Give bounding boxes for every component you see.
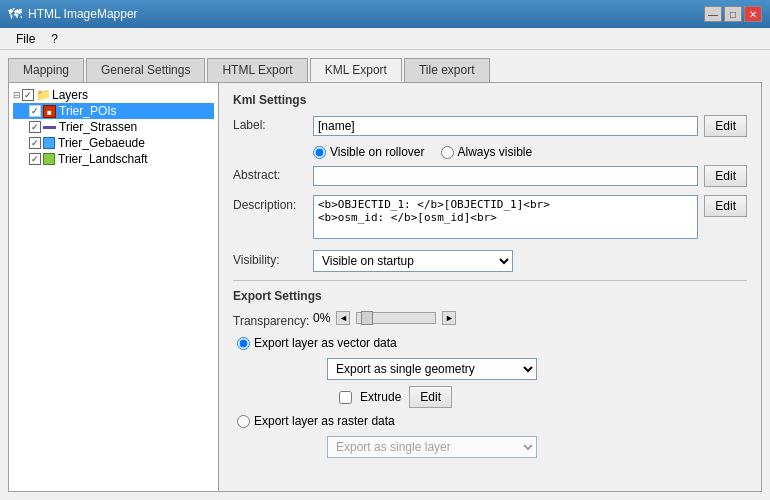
pois-checkbox[interactable] — [29, 105, 41, 117]
slider-track[interactable] — [356, 312, 436, 324]
maximize-button[interactable]: □ — [724, 6, 742, 22]
tree-item-trier-strassen[interactable]: Trier_Strassen — [13, 119, 214, 135]
pois-type-icon: ■ — [43, 105, 56, 118]
settings-separator — [233, 280, 747, 281]
export-vector-row: Export layer as vector data — [233, 336, 747, 350]
visibility-radio-group: Visible on rollover Always visible — [233, 145, 747, 159]
slider-thumb[interactable] — [361, 311, 373, 325]
extrude-row: Extrude Edit — [233, 386, 747, 408]
folder-icon: 📁 — [36, 88, 50, 102]
menu-help[interactable]: ? — [43, 30, 66, 48]
transparency-slider-area: 0% ◄ ► — [313, 311, 747, 325]
window-controls: — □ ✕ — [704, 6, 762, 22]
tab-kml-export[interactable]: KML Export — [310, 58, 402, 82]
tab-mapping[interactable]: Mapping — [8, 58, 84, 82]
export-raster-option[interactable]: Export layer as raster data — [233, 414, 395, 428]
expand-icon: ⊟ — [13, 90, 21, 100]
tree-item-trier-landschaft[interactable]: Trier_Landschaft — [13, 151, 214, 167]
always-visible-option[interactable]: Always visible — [441, 145, 533, 159]
visibility-select[interactable]: Visible on startup Always hidden Always … — [313, 250, 513, 272]
description-field-label: Description: — [233, 195, 313, 212]
tree-root-label: Layers — [52, 88, 88, 102]
tree-root[interactable]: ⊟ 📁 Layers — [13, 87, 214, 103]
abstract-field-control: Edit — [313, 165, 747, 187]
strassen-checkbox[interactable] — [29, 121, 41, 133]
description-field-control: <b>OBJECTID_1: </b>[OBJECTID_1]<br> <b>o… — [313, 195, 747, 242]
abstract-edit-button[interactable]: Edit — [704, 165, 747, 187]
extrude-label: Extrude — [360, 390, 401, 404]
label-edit-button[interactable]: Edit — [704, 115, 747, 137]
always-visible-radio[interactable] — [441, 146, 454, 159]
layer-tree-panel: ⊟ 📁 Layers ■ Trier_POIs Trier_Strassen — [9, 83, 219, 491]
label-row: Label: Edit — [233, 115, 747, 137]
extrude-edit-button[interactable]: Edit — [409, 386, 452, 408]
export-raster-row: Export layer as raster data — [233, 414, 747, 428]
menu-bar: File ? — [0, 28, 770, 50]
kml-settings-header: Kml Settings — [233, 93, 747, 107]
transparency-label: Transparency: — [233, 311, 313, 328]
gebaeude-type-icon — [43, 137, 55, 149]
vector-geometry-row: Export as single geometry Export as mult… — [233, 358, 747, 380]
title-bar: 🗺 HTML ImageMapper — □ ✕ — [0, 0, 770, 28]
transparency-value: 0% — [313, 311, 330, 325]
visibility-field-label: Visibility: — [233, 250, 313, 267]
description-textarea[interactable]: <b>OBJECTID_1: </b>[OBJECTID_1]<br> <b>o… — [313, 195, 698, 239]
tree-item-landschaft-label: Trier_Landschaft — [58, 152, 148, 166]
slider-right-arrow[interactable]: ► — [442, 311, 456, 325]
visibility-row: Visibility: Visible on startup Always hi… — [233, 250, 747, 272]
gebaeude-checkbox[interactable] — [29, 137, 41, 149]
main-container: Mapping General Settings HTML Export KML… — [0, 50, 770, 500]
content-area: ⊟ 📁 Layers ■ Trier_POIs Trier_Strassen — [8, 82, 762, 492]
description-edit-button[interactable]: Edit — [704, 195, 747, 217]
root-checkbox[interactable] — [22, 89, 34, 101]
visibility-field-control: Visible on startup Always hidden Always … — [313, 250, 747, 272]
abstract-row: Abstract: Edit — [233, 165, 747, 187]
abstract-input[interactable] — [313, 166, 698, 186]
description-row: Description: <b>OBJECTID_1: </b>[OBJECTI… — [233, 195, 747, 242]
tree-item-gebaeude-label: Trier_Gebaeude — [58, 136, 145, 150]
rollover-radio[interactable] — [313, 146, 326, 159]
vector-geometry-select[interactable]: Export as single geometry Export as mult… — [327, 358, 537, 380]
minimize-button[interactable]: — — [704, 6, 722, 22]
app-title: HTML ImageMapper — [28, 7, 138, 21]
extrude-checkbox[interactable] — [339, 391, 352, 404]
tab-html-export[interactable]: HTML Export — [207, 58, 307, 82]
raster-layer-select[interactable]: Export as single layer Export as multipl… — [327, 436, 537, 458]
export-vector-option[interactable]: Export layer as vector data — [233, 336, 397, 350]
export-raster-radio[interactable] — [237, 415, 250, 428]
strassen-type-icon — [43, 126, 56, 129]
tab-bar: Mapping General Settings HTML Export KML… — [8, 58, 762, 82]
abstract-field-label: Abstract: — [233, 165, 313, 182]
label-field-label: Label: — [233, 115, 313, 132]
tree-item-trier-gebaeude[interactable]: Trier_Gebaeude — [13, 135, 214, 151]
tree-item-pois-label: Trier_POIs — [59, 104, 117, 118]
tab-tile-export[interactable]: Tile export — [404, 58, 490, 82]
close-button[interactable]: ✕ — [744, 6, 762, 22]
label-field-control: Edit — [313, 115, 747, 137]
tree-item-strassen-label: Trier_Strassen — [59, 120, 137, 134]
tree-item-trier-pois[interactable]: ■ Trier_POIs — [13, 103, 214, 119]
app-icon: 🗺 — [8, 6, 22, 22]
slider-left-arrow[interactable]: ◄ — [336, 311, 350, 325]
transparency-row: Transparency: 0% ◄ ► — [233, 311, 747, 328]
landschaft-type-icon — [43, 153, 55, 165]
landschaft-checkbox[interactable] — [29, 153, 41, 165]
raster-layer-row: Export as single layer Export as multipl… — [233, 436, 747, 458]
export-vector-radio[interactable] — [237, 337, 250, 350]
kml-settings-panel: Kml Settings Label: Edit Visible on roll… — [219, 83, 761, 491]
export-settings-header: Export Settings — [233, 289, 747, 303]
tab-general-settings[interactable]: General Settings — [86, 58, 205, 82]
visible-on-rollover-option[interactable]: Visible on rollover — [313, 145, 425, 159]
menu-file[interactable]: File — [8, 30, 43, 48]
label-input[interactable] — [313, 116, 698, 136]
